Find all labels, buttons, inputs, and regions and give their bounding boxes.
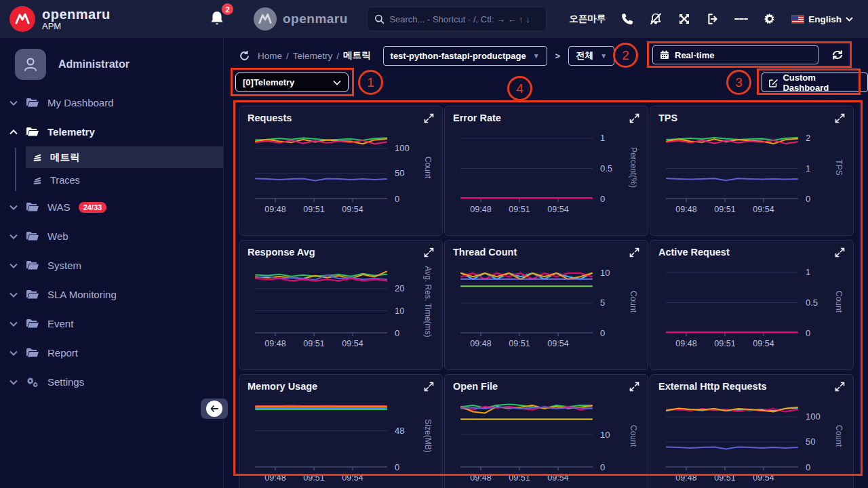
sidebar-item-sla-monitoring[interactable]: SLA Monitoring [0,280,223,309]
sidebar-menu: My Dashboard Telemetry 메트릭 Traces WAS 24… [0,88,223,396]
expand-icon[interactable] [629,382,639,392]
sidebar-item-was[interactable]: WAS 24/33 [0,192,223,222]
dashboard-view-select[interactable]: [0]Telemetry [235,73,349,92]
svg-text:10: 10 [395,306,404,316]
sync-refresh-icon[interactable] [831,48,844,62]
sidebar-item-traces[interactable]: Traces [26,168,223,192]
svg-text:09:51: 09:51 [509,473,530,483]
svg-text:50: 50 [395,168,404,178]
chevron-down-icon [9,292,18,298]
svg-text:20: 20 [395,283,404,293]
caret-down-icon: ▼ [533,52,540,60]
dashboard-grid: Requests 10050009:4809:5109:54Count Erro… [239,106,854,488]
svg-text:09:51: 09:51 [303,473,324,483]
svg-text:0: 0 [806,194,810,204]
expand-icon[interactable] [424,382,434,392]
expand-icon[interactable] [835,247,845,258]
svg-text:10: 10 [600,268,610,278]
chevron-down-icon [9,380,18,385]
sidebar-item-my-dashboard[interactable]: My Dashboard [0,88,223,117]
profile-name: Administrator [58,58,130,70]
svg-text:09:48: 09:48 [264,339,285,348]
svg-text:09:54: 09:54 [753,473,774,483]
time-range-input[interactable]: Real-time [652,45,818,64]
chevron-down-icon [9,234,18,239]
expand-icon[interactable] [629,247,639,258]
caret-down-icon: ▼ [600,52,607,60]
sidebar-collapse-button[interactable] [201,399,228,419]
submenu-guide-line [15,148,16,191]
svg-text:50: 50 [806,436,815,447]
breadcrumb-home[interactable]: Home [258,51,282,61]
sidebar-item-system[interactable]: System [0,251,223,280]
svg-text:0: 0 [600,328,605,338]
chart-plot: 105009:4809:5109:54Count [445,260,648,354]
logout-icon[interactable] [706,12,719,26]
expand-icon[interactable] [835,113,845,123]
sidebar-item-report[interactable]: Report [0,338,223,367]
svg-text:09:48: 09:48 [264,205,285,214]
svg-text:Count: Count [423,157,433,179]
global-search[interactable] [367,7,547,31]
fullscreen-icon[interactable] [677,12,691,26]
app-logo[interactable]: openmaru APM [9,6,199,32]
scope-select[interactable]: 전체 ▼ [568,46,614,66]
avatar[interactable] [15,49,46,80]
panel-title: Error Rate [453,113,501,123]
breadcrumb-section[interactable]: Telemetry [293,51,333,61]
folder-icon [26,260,39,270]
svg-text:10: 10 [600,430,610,440]
sidebar-item-web[interactable]: Web [0,222,223,251]
expand-icon[interactable] [424,247,434,258]
breadcrumb[interactable]: Home / Telemetry / 메트릭 [258,49,371,62]
phone-icon[interactable] [620,12,634,26]
service-select[interactable]: test-python-fastapi-productpage ▼ [383,46,547,66]
svg-text:09:51: 09:51 [714,205,735,214]
menu-bars-icon[interactable] [734,12,748,26]
svg-text:09:51: 09:51 [509,339,530,348]
chart-plot: 10050009:4809:5109:54Count [650,394,854,488]
chart-panel-external-http-requests: External Http Requests 10050009:4809:510… [650,374,854,488]
panel-title: Memory Usage [248,381,317,392]
expand-icon[interactable] [424,113,434,123]
svg-text:Percent(%): Percent(%) [629,147,638,188]
language-selector[interactable]: English [791,14,853,24]
sidebar-item-event[interactable]: Event [0,309,223,338]
sidebar-item-settings[interactable]: Settings [0,367,223,396]
breadcrumb-refresh-icon[interactable] [237,49,251,62]
search-input[interactable] [389,14,538,24]
svg-text:09:51: 09:51 [714,473,735,483]
us-flag-icon [791,15,804,24]
svg-text:0: 0 [600,194,605,204]
svg-text:09:51: 09:51 [303,205,324,214]
svg-text:09:48: 09:48 [675,473,696,483]
chart-plot: 10009:4809:5109:54Count [445,394,648,488]
panel-title: External Http Requests [658,381,767,392]
folder-icon [26,231,39,241]
sidebar-item-telemetry[interactable]: Telemetry [0,117,223,146]
main-content: Home / Telemetry / 메트릭 test-python-fasta… [224,38,868,488]
openmaru-logo-icon [9,6,35,32]
chevron-down-icon [9,100,18,106]
svg-text:0.5: 0.5 [600,163,612,174]
sidebar-item-metrics[interactable]: 메트릭 [26,146,223,168]
settings-gear-icon[interactable] [763,12,776,26]
chart-panel-open-file: Open File 10009:4809:5109:54Count [444,374,648,488]
mute-alerts-icon[interactable] [649,12,663,26]
custom-dashboard-button[interactable]: Custom Dashboard [762,73,868,92]
expand-icon[interactable] [835,382,845,392]
svg-text:09:48: 09:48 [470,205,491,214]
folder-icon [26,202,39,212]
panel-title: Thread Count [453,247,517,258]
chevron-down-icon [9,350,18,356]
svg-text:09:54: 09:54 [547,205,568,214]
notifications-button[interactable]: 2 [209,10,232,28]
chart-panel-tps: TPS 21009:4809:5109:54TPS [650,106,854,236]
folder-icon [26,348,39,358]
svg-text:1: 1 [600,133,605,143]
chart-panel-response-avg: Response Avg 2010009:4809:5109:54Avg. Re… [239,240,443,370]
calendar-icon [660,50,669,60]
chevron-down-icon [9,321,18,327]
expand-icon[interactable] [629,113,639,123]
chart-panel-memory-usage: Memory Usage 48009:4809:5109:54Size(MB) [239,374,443,488]
